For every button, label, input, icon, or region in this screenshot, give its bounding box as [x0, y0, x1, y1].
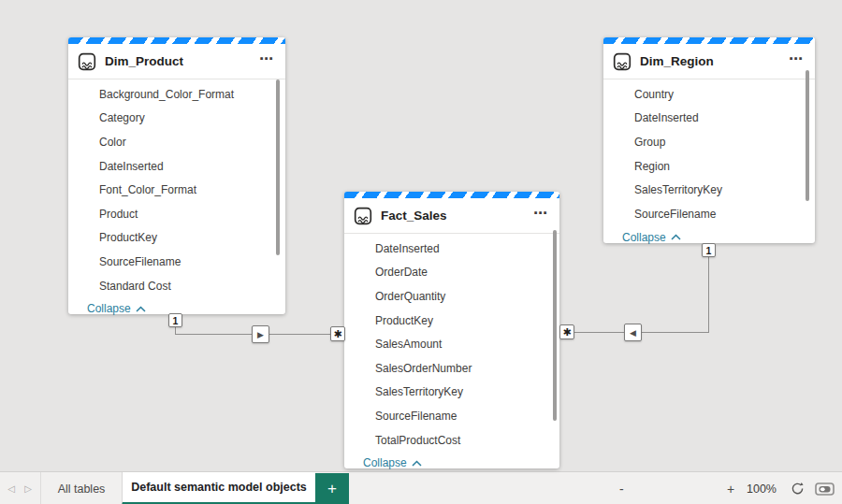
- fit-to-screen-icon[interactable]: [815, 482, 835, 496]
- table-field[interactable]: DateInserted: [68, 154, 285, 179]
- table-field[interactable]: TotalProductCost: [344, 428, 559, 453]
- table-header[interactable]: Dim_Product ⋯: [68, 44, 285, 79]
- field-label: Category: [99, 111, 145, 124]
- table-field[interactable]: ProductKey: [344, 309, 559, 333]
- collapse-label: Collapse: [363, 456, 407, 469]
- cardinality-one-badge[interactable]: 1: [168, 313, 182, 327]
- table-header[interactable]: Dim_Region ⋯: [603, 44, 815, 79]
- model-view-window: Dim_Product ⋯ Background_Color_FormatCat…: [0, 0, 842, 504]
- field-label: DateInserted: [99, 160, 164, 173]
- table-field[interactable]: Color: [68, 130, 285, 154]
- zoom-level-value: 100%: [747, 472, 777, 504]
- table-card-dim-region[interactable]: Dim_Region ⋯ CountryDateInsertedGroupReg…: [603, 37, 815, 243]
- field-label: Region: [634, 160, 670, 173]
- field-label: Product: [99, 208, 138, 221]
- table-icon: [612, 51, 632, 72]
- field-list: Background_Color_FormatCategoryColorDate…: [68, 79, 285, 297]
- tab-default-semantic-model-objects[interactable]: Default semantic model objects: [122, 472, 315, 504]
- field-list: DateInsertedOrderDateOrderQuantityProduc…: [344, 234, 559, 452]
- table-field[interactable]: Group: [603, 130, 815, 154]
- collapse-label: Collapse: [622, 231, 666, 244]
- table-field[interactable]: SourceFilename: [68, 250, 285, 274]
- reset-zoom-icon[interactable]: [791, 482, 805, 496]
- table-field[interactable]: SourceFilename: [344, 404, 559, 428]
- table-field[interactable]: Country: [603, 82, 815, 107]
- table-field[interactable]: Category: [68, 107, 285, 131]
- table-field[interactable]: Region: [603, 154, 815, 179]
- field-label: Standard Cost: [99, 280, 171, 293]
- collapse-link[interactable]: Collapse: [344, 452, 559, 474]
- field-label: Font_Color_Format: [99, 183, 196, 196]
- filter-direction-arrow-icon[interactable]: ▶: [252, 325, 269, 343]
- card-scrollbar[interactable]: [806, 70, 809, 201]
- layout-tab-bar: ◁ ▷ All tables Default semantic model ob…: [0, 471, 842, 504]
- card-scrollbar[interactable]: [553, 230, 557, 421]
- field-label: SalesOrderNumber: [375, 362, 472, 375]
- table-field[interactable]: Font_Color_Format: [68, 178, 285, 202]
- cardinality-many-badge[interactable]: ✱: [330, 326, 345, 341]
- selected-dashed-border: [603, 37, 815, 44]
- filter-direction-arrow-icon[interactable]: ◀: [624, 324, 642, 341]
- table-field[interactable]: DateInserted: [344, 237, 559, 261]
- table-header[interactable]: Fact_Sales ⋯: [344, 198, 559, 234]
- table-field[interactable]: SalesTerritoryKey: [603, 178, 815, 202]
- table-field[interactable]: ProductKey: [68, 226, 285, 251]
- zoom-in-button[interactable]: +: [727, 472, 734, 504]
- more-options-icon[interactable]: ⋯: [533, 209, 548, 223]
- cardinality-many-badge[interactable]: ✱: [559, 324, 574, 339]
- table-title: Dim_Product: [105, 54, 183, 68]
- zoom-out-button[interactable]: -: [619, 472, 624, 504]
- selected-dashed-border: [344, 192, 559, 198]
- tab-nav-back-icon[interactable]: ◁: [4, 472, 19, 504]
- card-scrollbar[interactable]: [276, 79, 280, 255]
- table-field[interactable]: SalesAmount: [344, 332, 559, 356]
- table-icon: [77, 51, 97, 72]
- table-icon: [353, 206, 373, 226]
- collapse-label: Collapse: [87, 302, 131, 315]
- field-label: OrderDate: [375, 266, 428, 279]
- field-label: ProductKey: [99, 231, 157, 244]
- add-layout-button[interactable]: +: [315, 473, 349, 504]
- field-label: SalesAmount: [375, 338, 442, 351]
- tab-nav-forward-icon[interactable]: ▷: [21, 472, 36, 504]
- table-title: Fact_Sales: [381, 209, 447, 223]
- table-field[interactable]: SourceFilename: [603, 202, 815, 226]
- field-label: DateInserted: [634, 111, 699, 124]
- table-card-dim-product[interactable]: Dim_Product ⋯ Background_Color_FormatCat…: [68, 37, 285, 314]
- chevron-up-icon: [671, 234, 681, 240]
- table-field[interactable]: SalesOrderNumber: [344, 356, 559, 381]
- field-label: ProductKey: [375, 314, 433, 327]
- field-label: Country: [634, 88, 674, 101]
- field-label: Color: [99, 136, 126, 149]
- field-list: CountryDateInsertedGroupRegionSalesTerri…: [603, 79, 815, 226]
- table-field[interactable]: OrderQuantity: [344, 284, 559, 309]
- field-label: Background_Color_Format: [99, 88, 234, 101]
- field-label: SourceFilename: [634, 208, 716, 221]
- field-label: SourceFilename: [99, 255, 181, 268]
- table-field[interactable]: Product: [68, 202, 285, 226]
- field-label: DateInserted: [375, 242, 440, 255]
- field-label: SourceFilename: [375, 410, 457, 423]
- table-card-fact-sales[interactable]: Fact_Sales ⋯ DateInsertedOrderDateOrderQ…: [344, 192, 559, 468]
- field-label: Group: [634, 136, 665, 149]
- table-field[interactable]: Standard Cost: [68, 274, 285, 298]
- model-diagram-canvas[interactable]: Dim_Product ⋯ Background_Color_FormatCat…: [0, 0, 842, 471]
- table-field[interactable]: DateInserted: [603, 107, 815, 131]
- more-options-icon[interactable]: ⋯: [259, 54, 274, 69]
- field-label: SalesTerritoryKey: [375, 385, 463, 398]
- cardinality-one-badge[interactable]: 1: [702, 243, 716, 257]
- chevron-up-icon: [412, 460, 422, 467]
- table-field[interactable]: SalesTerritoryKey: [344, 381, 559, 405]
- table-field[interactable]: Background_Color_Format: [68, 82, 285, 107]
- field-label: OrderQuantity: [375, 290, 445, 303]
- relationship-line: [708, 256, 709, 332]
- tab-all-tables[interactable]: All tables: [40, 472, 122, 504]
- field-label: SalesTerritoryKey: [634, 183, 722, 196]
- table-title: Dim_Region: [640, 54, 714, 68]
- table-field[interactable]: OrderDate: [344, 261, 559, 285]
- chevron-up-icon: [136, 306, 146, 312]
- field-label: TotalProductCost: [375, 434, 460, 447]
- more-options-icon[interactable]: ⋯: [789, 54, 804, 69]
- selected-dashed-border: [68, 37, 285, 44]
